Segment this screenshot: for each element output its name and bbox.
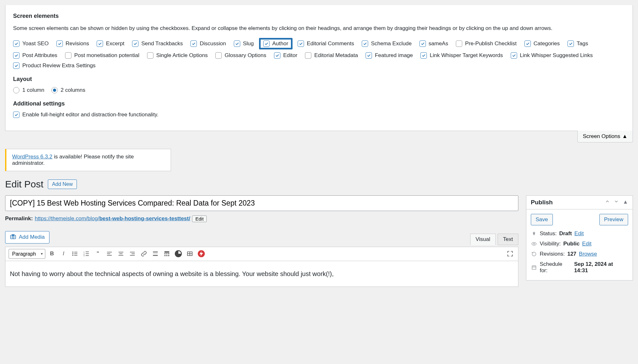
paragraph-select[interactable]: Paragraph xyxy=(9,249,45,259)
svg-rect-6 xyxy=(74,254,78,254)
checkbox-icon xyxy=(456,40,462,47)
screen-options-toggle[interactable]: Screen Options ▲ xyxy=(577,131,633,142)
svg-rect-33 xyxy=(168,255,169,256)
save-button[interactable]: Save xyxy=(531,214,553,225)
checkbox-icon xyxy=(366,52,372,59)
bold-button[interactable]: B xyxy=(47,249,57,258)
svg-rect-26 xyxy=(153,255,158,256)
checkbox-icon xyxy=(13,112,19,118)
checkbox-glossary-options[interactable]: Glossary Options xyxy=(215,52,266,59)
readmore-button[interactable] xyxy=(151,249,160,258)
svg-rect-15 xyxy=(107,252,112,253)
layout-1-column[interactable]: 1 column xyxy=(13,87,44,93)
fullscreen-button[interactable] xyxy=(505,249,515,258)
checkbox-tags[interactable]: Tags xyxy=(568,39,588,48)
numbered-list-button[interactable]: 123 xyxy=(82,249,91,258)
checkbox-excerpt[interactable]: Excerpt xyxy=(97,39,124,48)
screen-options-panel: Screen elements Some screen elements can… xyxy=(5,5,633,131)
checkbox-pre-publish-checklist[interactable]: Pre-Publish Checklist xyxy=(456,39,517,48)
checkbox-link-whisper-target-keywords[interactable]: Link Whisper Target Keywords xyxy=(420,52,503,59)
svg-point-3 xyxy=(72,252,73,253)
chevron-up-icon: ▲ xyxy=(622,133,627,140)
screen-elements-checkboxes: Yoast SEORevisionsExcerptSend Trackbacks… xyxy=(13,39,625,69)
preview-button[interactable]: Preview xyxy=(599,214,628,225)
layout-heading: Layout xyxy=(13,76,625,83)
checkbox-label: Featured image xyxy=(375,52,413,59)
visibility-edit-link[interactable]: Edit xyxy=(582,241,591,247)
add-media-button[interactable]: Add Media xyxy=(5,231,49,244)
checkbox-schema-exclude[interactable]: Schema Exclude xyxy=(362,39,412,48)
table-button[interactable] xyxy=(185,249,195,258)
svg-rect-4 xyxy=(74,252,78,253)
permalink-edit-button[interactable]: Edit xyxy=(192,215,207,222)
align-right-button[interactable] xyxy=(128,249,137,258)
checkbox-editorial-comments[interactable]: Editorial Comments xyxy=(298,39,354,48)
checkbox-sameas[interactable]: sameAs xyxy=(419,39,448,48)
update-notice: WordPress 6.3.2 is available! Please not… xyxy=(5,149,171,171)
svg-rect-16 xyxy=(107,254,110,254)
svg-rect-23 xyxy=(130,255,135,256)
checkbox-product-review-extra-settings[interactable]: Product Review Extra Settings xyxy=(13,62,96,69)
blockquote-button[interactable]: “ xyxy=(93,249,103,258)
align-left-button[interactable] xyxy=(105,249,114,258)
svg-rect-2 xyxy=(12,234,14,235)
checkbox-categories[interactable]: Categories xyxy=(524,39,560,48)
checkbox-revisions[interactable]: Revisions xyxy=(56,39,89,48)
tab-visual[interactable]: Visual xyxy=(470,234,496,245)
checkbox-featured-image[interactable]: Featured image xyxy=(366,52,413,59)
checkbox-yoast-seo[interactable]: Yoast SEO xyxy=(13,39,49,48)
checkbox-icon xyxy=(568,40,574,47)
checkbox-label: Post Attributes xyxy=(22,52,57,59)
checkbox-icon xyxy=(263,40,270,47)
toolbar-toggle-button[interactable] xyxy=(162,249,172,258)
checkbox-discussion[interactable]: Discussion xyxy=(190,39,226,48)
calendar-icon xyxy=(531,265,537,270)
caret-up-icon[interactable]: ▲ xyxy=(623,199,628,206)
checkbox-link-whisper-suggested-links[interactable]: Link Whisper Suggested Links xyxy=(511,52,593,59)
svg-rect-20 xyxy=(119,255,123,256)
tab-text[interactable]: Text xyxy=(498,234,518,245)
checkbox-editorial-metadata[interactable]: Editorial Metadata xyxy=(305,52,358,59)
svg-rect-8 xyxy=(74,255,78,256)
checkbox-icon xyxy=(13,62,19,69)
svg-rect-30 xyxy=(168,253,169,254)
checkbox-label: Author xyxy=(272,40,288,47)
checkbox-post-monetisation-potential[interactable]: Post monetisation potential xyxy=(65,52,139,59)
checkbox-post-attributes[interactable]: Post Attributes xyxy=(13,52,57,59)
layout-2-columns[interactable]: 2 columns xyxy=(51,87,85,93)
chevron-down-icon[interactable] xyxy=(614,199,619,206)
checkbox-slug[interactable]: Slug xyxy=(234,39,254,48)
editor-content[interactable]: Not having to worry about the technical … xyxy=(5,261,518,287)
checkbox-icon xyxy=(97,40,103,47)
revisions-browse-link[interactable]: Browse xyxy=(579,251,597,257)
checkbox-send-trackbacks[interactable]: Send Trackbacks xyxy=(132,39,183,48)
checkbox-label: sameAs xyxy=(429,40,448,47)
chart-button[interactable] xyxy=(174,249,183,258)
eye-icon xyxy=(531,241,537,246)
special-button[interactable] xyxy=(197,249,206,258)
wordpress-version-link[interactable]: WordPress 6.3.2 xyxy=(12,154,52,160)
status-edit-link[interactable]: Edit xyxy=(575,230,584,237)
bullet-list-button[interactable] xyxy=(70,249,80,258)
radio-icon xyxy=(13,87,19,93)
checkbox-icon xyxy=(511,52,517,59)
pin-icon xyxy=(531,231,537,236)
checkbox-editor[interactable]: Editor xyxy=(274,52,297,59)
post-title-input[interactable] xyxy=(5,195,518,211)
camera-icon xyxy=(10,234,16,241)
checkbox-icon xyxy=(234,40,240,47)
italic-button[interactable]: I xyxy=(59,249,68,258)
chevron-up-icon[interactable] xyxy=(605,199,610,206)
permalink-url[interactable]: https://themeisle.com/blog/best-web-host… xyxy=(35,215,190,222)
align-center-button[interactable] xyxy=(116,249,126,258)
enable-full-height-checkbox[interactable]: Enable full-height editor and distractio… xyxy=(13,112,159,118)
permalink-label: Permalink: xyxy=(5,215,33,222)
publish-title: Publish xyxy=(531,199,553,206)
checkbox-author[interactable]: Author xyxy=(259,38,293,49)
svg-rect-17 xyxy=(107,255,112,256)
add-new-button[interactable]: Add New xyxy=(48,179,77,189)
checkbox-single-article-options[interactable]: Single Article Options xyxy=(147,52,208,59)
checkbox-icon xyxy=(298,40,304,47)
svg-point-37 xyxy=(533,243,535,244)
link-button[interactable] xyxy=(139,249,149,258)
